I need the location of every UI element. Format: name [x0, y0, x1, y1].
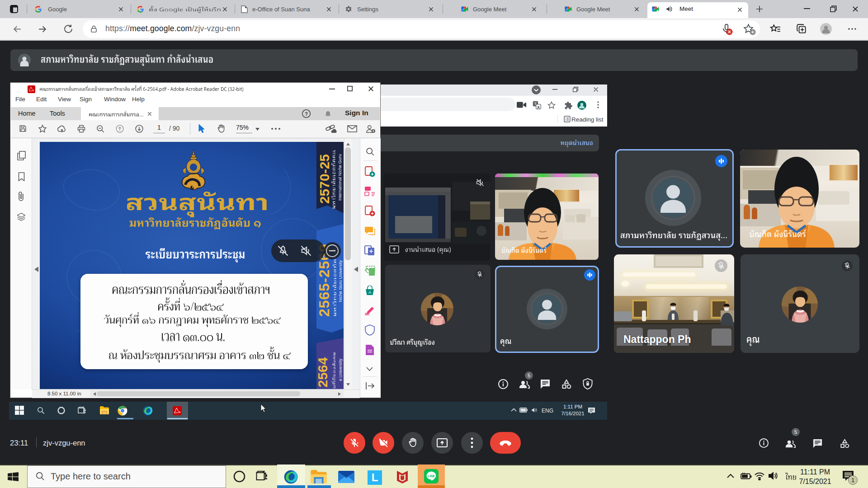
svg-text:A: A: [368, 290, 371, 295]
svg-text:?: ?: [305, 111, 308, 117]
svg-text:LINE: LINE: [428, 474, 435, 478]
